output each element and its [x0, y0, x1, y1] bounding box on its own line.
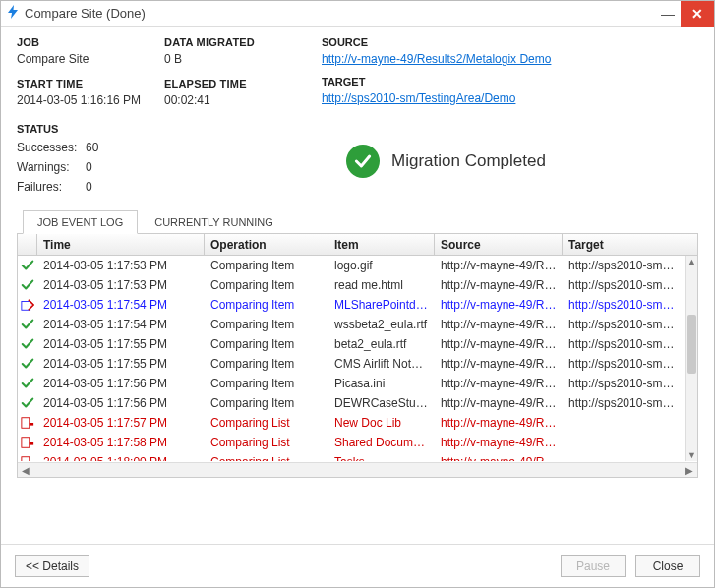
cell-time: 2014-03-05 1:18:00 PM: [37, 455, 205, 461]
tab-job-event-log[interactable]: JOB EVENT LOG: [23, 210, 138, 234]
cell-source: http://v-mayne-49/Result...: [435, 278, 563, 292]
row-status-icon: [18, 436, 37, 449]
table-row[interactable]: 2014-03-05 1:17:58 PMComparing ListShare…: [18, 433, 685, 452]
cell-source: http://v-mayne-49/Result...: [435, 357, 563, 371]
cell-time: 2014-03-05 1:17:54 PM: [37, 318, 205, 331]
content: JOB Compare Site DATA MIGRATED 0 B START…: [1, 27, 714, 478]
table-header: Time Operation Item Source Target: [18, 234, 697, 256]
cell-time: 2014-03-05 1:17:53 PM: [37, 278, 205, 292]
col-operation[interactable]: Operation: [205, 234, 328, 255]
cell-time: 2014-03-05 1:17:58 PM: [37, 436, 205, 449]
cell-target: http://sps2010-sm/Testing: [563, 337, 681, 351]
cell-item: CMS Airlift Notes...: [328, 357, 435, 371]
details-button[interactable]: << Details: [15, 555, 89, 577]
cell-target: http://sps2010-sm/Testing: [563, 259, 681, 272]
window-title: Compare Site (Done): [25, 6, 146, 21]
row-status-icon: [18, 416, 37, 430]
cell-operation: Comparing Item: [205, 357, 328, 371]
scroll-down-icon[interactable]: ▼: [686, 449, 697, 461]
table-body: 2014-03-05 1:17:53 PMComparing Itemlogo.…: [18, 256, 685, 461]
scroll-right-icon[interactable]: ▶: [683, 465, 696, 476]
pause-button[interactable]: Pause: [561, 555, 626, 577]
minimize-button[interactable]: —: [655, 6, 681, 22]
status-value: 60: [86, 141, 115, 154]
start-time-label: START TIME: [17, 78, 164, 89]
cell-target: http://sps2010-sm/Testing: [563, 377, 681, 390]
cell-source: http://v-mayne-49/Results...: [435, 455, 563, 461]
table-row[interactable]: 2014-03-05 1:17:53 PMComparing Itemread …: [18, 275, 685, 295]
source-link[interactable]: http://v-mayne-49/Results2/Metalogix Dem…: [322, 52, 551, 66]
cell-operation: Comparing Item: [205, 396, 328, 410]
cell-operation: Comparing Item: [205, 259, 328, 272]
start-time-value: 2014-03-05 1:16:16 PM: [17, 93, 164, 107]
scrollbar-thumb[interactable]: [687, 315, 696, 374]
status-key: Warnings:: [17, 160, 86, 174]
cell-operation: Comparing Item: [205, 278, 328, 292]
col-source[interactable]: Source: [435, 234, 563, 255]
col-icon[interactable]: [18, 234, 37, 255]
cell-time: 2014-03-05 1:17:54 PM: [37, 298, 205, 312]
cell-item: wssbeta2_eula.rtf: [328, 318, 435, 331]
cell-time: 2014-03-05 1:17:56 PM: [37, 377, 205, 390]
scroll-up-icon[interactable]: ▲: [686, 256, 697, 267]
cell-item: New Doc Lib: [328, 416, 435, 430]
success-check-icon: [346, 145, 380, 178]
event-log-table: Time Operation Item Source Target 2014-0…: [17, 234, 698, 478]
row-status-icon: [18, 298, 37, 312]
close-button[interactable]: Close: [635, 555, 700, 577]
table-row[interactable]: 2014-03-05 1:17:53 PMComparing Itemlogo.…: [18, 256, 685, 275]
table-row[interactable]: 2014-03-05 1:17:55 PMComparing ItemCMS A…: [18, 354, 685, 374]
tab-currently-running[interactable]: CURRENTLY RUNNING: [140, 210, 288, 234]
cell-item: Picasa.ini: [328, 377, 435, 390]
horizontal-scrollbar[interactable]: ◀ ▶: [18, 462, 697, 477]
vertical-scrollbar[interactable]: ▲ ▼: [685, 256, 697, 461]
table-row[interactable]: 2014-03-05 1:18:00 PMComparing ListTasks…: [18, 452, 685, 461]
col-time[interactable]: Time: [37, 234, 205, 255]
cell-operation: Comparing Item: [205, 377, 328, 390]
status-row: Warnings:0: [17, 160, 194, 174]
row-status-icon: [18, 377, 37, 390]
status-label: STATUS: [17, 123, 194, 135]
status-text: Migration Completed: [391, 151, 546, 171]
status-key: Successes:: [17, 141, 86, 154]
cell-operation: Comparing List: [205, 455, 328, 461]
cell-target: http://sps2010-sm/Testing: [563, 278, 681, 292]
scroll-left-icon[interactable]: ◀: [19, 465, 32, 476]
row-status-icon: [18, 357, 37, 371]
elapsed-time-label: ELAPSED TIME: [164, 78, 312, 89]
table-row[interactable]: 2014-03-05 1:17:56 PMComparing ItemDEWRC…: [18, 393, 685, 413]
cell-operation: Comparing Item: [205, 298, 328, 312]
table-row[interactable]: 2014-03-05 1:17:57 PMComparing ListNew D…: [18, 413, 685, 433]
cell-source: http://v-mayne-49/Result...: [435, 377, 563, 390]
col-target[interactable]: Target: [563, 234, 681, 255]
cell-source: http://v-mayne-49/Result...: [435, 318, 563, 331]
target-link[interactable]: http://sps2010-sm/TestingArea/Demo: [322, 91, 515, 105]
cell-item: read me.html: [328, 278, 435, 292]
cell-item: DEWRCaseStudy...: [328, 396, 435, 410]
cell-item: Tasks: [328, 455, 435, 461]
cell-target: http://sps2010-sm/Testing: [563, 318, 681, 331]
svg-rect-2: [30, 423, 33, 426]
cell-time: 2014-03-05 1:17:57 PM: [37, 416, 205, 430]
row-status-icon: [18, 259, 37, 272]
svg-rect-3: [22, 438, 30, 448]
table-row[interactable]: 2014-03-05 1:17:54 PMComparing Itemwssbe…: [18, 315, 685, 334]
cell-time: 2014-03-05 1:17:55 PM: [37, 337, 205, 351]
cell-operation: Comparing List: [205, 416, 328, 430]
col-item[interactable]: Item: [328, 234, 435, 255]
cell-item: MLSharePointdisc...: [328, 298, 435, 312]
svg-rect-4: [30, 442, 33, 445]
table-row[interactable]: 2014-03-05 1:17:55 PMComparing Itembeta2…: [18, 334, 685, 354]
cell-time: 2014-03-05 1:17:53 PM: [37, 259, 205, 272]
status-key: Failures:: [17, 180, 86, 194]
data-migrated-value: 0 B: [164, 52, 312, 66]
cell-item: logo.gif: [328, 259, 435, 272]
cell-source: http://v-mayne-49/Result...: [435, 396, 563, 410]
data-migrated-label: DATA MIGRATED: [164, 36, 312, 48]
table-row[interactable]: 2014-03-05 1:17:54 PMComparing ItemMLSha…: [18, 295, 685, 315]
close-window-button[interactable]: ✕: [681, 1, 714, 27]
table-row[interactable]: 2014-03-05 1:17:56 PMComparing ItemPicas…: [18, 374, 685, 393]
row-status-icon: [18, 396, 37, 410]
svg-rect-1: [22, 418, 30, 429]
cell-source: http://v-mayne-49/Result...: [435, 259, 563, 272]
